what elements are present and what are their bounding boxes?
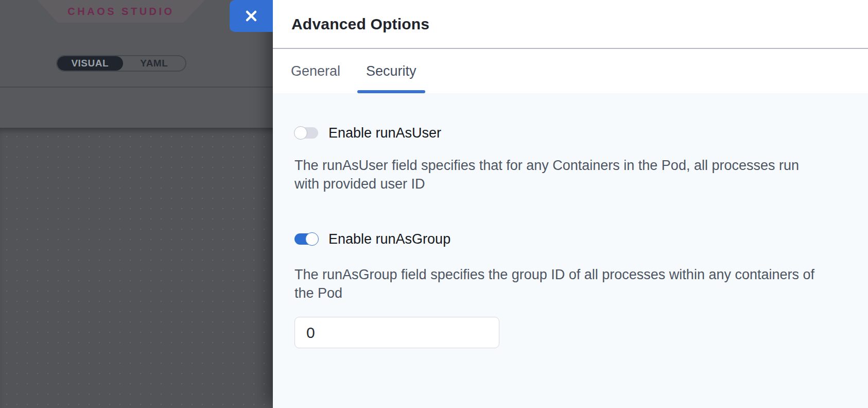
toggle-knob [294,126,307,140]
run-as-group-description: The runAsGroup field specifies the group… [294,265,820,302]
drawer-tabbar: General Security [273,49,868,93]
view-toggle-yaml[interactable]: YAML [123,56,185,71]
view-toggle-visual[interactable]: VISUAL [57,56,123,71]
run-as-user-description: The runAsUser field specifies that for a… [294,156,820,193]
studio-dotted-canvas [0,128,273,408]
studio-banner-title: CHAOS STUDIO [67,6,174,18]
close-button[interactable] [230,0,273,32]
studio-banner: CHAOS STUDIO [37,0,205,23]
enable-run-as-group-toggle[interactable] [294,233,318,245]
run-as-group-row: Enable runAsGroup [294,232,846,246]
run-as-group-value-input[interactable] [294,317,499,348]
tab-general[interactable]: General [291,49,340,93]
run-as-group-label: Enable runAsGroup [328,231,450,247]
enable-run-as-user-toggle[interactable] [294,127,318,139]
close-icon [244,9,258,23]
toggle-knob [305,232,319,246]
view-mode-toggle[interactable]: VISUAL YAML [56,55,186,72]
chaos-studio-background: CHAOS STUDIO VISUAL YAML [0,0,273,408]
security-tab-content: Enable runAsUser The runAsUser field spe… [273,93,868,408]
drawer-title: Advanced Options [291,15,429,33]
advanced-options-drawer: Advanced Options General Security Enable… [273,0,868,408]
run-as-user-row: Enable runAsUser [294,126,846,140]
tab-security[interactable]: Security [366,49,416,93]
run-as-user-label: Enable runAsUser [328,125,441,141]
drawer-header: Advanced Options [273,0,868,49]
